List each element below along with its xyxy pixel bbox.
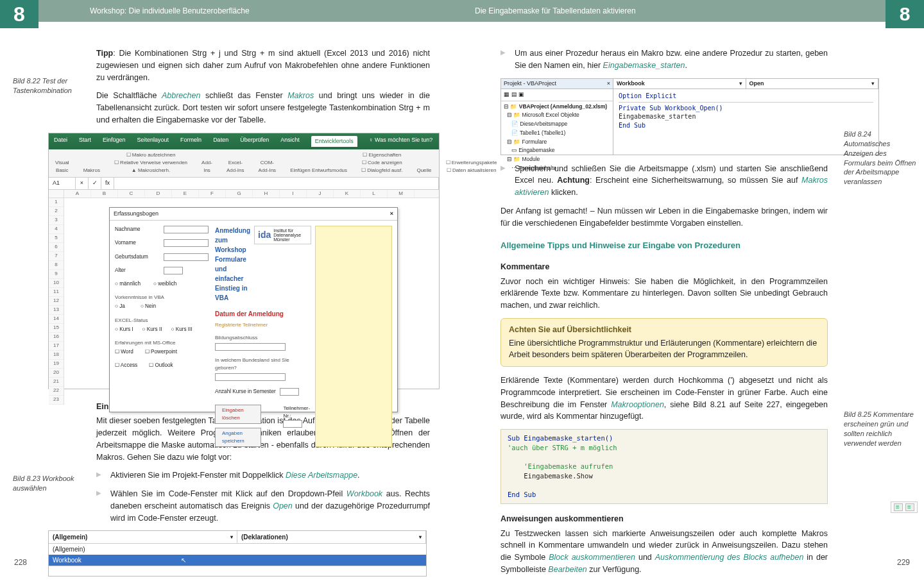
block-uncomment-icon[interactable] [905, 503, 914, 511]
chevron-down-icon[interactable]: ▾ [739, 80, 742, 88]
save-button[interactable]: Angaben speichern [215, 428, 261, 447]
page-number-right: 229 [897, 558, 910, 567]
form-right-column: Anmeldung zum Workshop Formulare und ein… [215, 226, 311, 447]
page-right: 8 Die Eingabemaske für Tabellendaten akt… [462, 0, 924, 581]
erklaerende-paragraph: Erklärende Texte (Kommentare) werden dur… [501, 375, 828, 423]
list-item: Aktivieren Sie im Projekt-Fenster mit Do… [96, 469, 430, 482]
dialog-title: Erfassungsbogen [114, 210, 158, 219]
bundesland-field[interactable] [215, 373, 286, 381]
screenshot-excel-form: Datei Start Einfügen Seitenlayout Formel… [48, 133, 440, 389]
subhead-kommentare: Kommentare [501, 261, 828, 273]
kommentare-paragraph: Zuvor noch ein wichtiger Hinweis: Sie ha… [501, 276, 828, 312]
caption-8-24: Bild 8.24 Automatisches Anzeigen des For… [844, 130, 918, 187]
chevron-down-icon[interactable]: ▾ [871, 80, 875, 88]
form-yellow-panel [315, 226, 392, 447]
running-head-right: Die Eingabemaske für Tabellendaten aktiv… [462, 0, 886, 22]
close-icon[interactable]: × [607, 80, 610, 88]
link-makros: Makros [287, 91, 314, 100]
section-heading: Allgemeine Tipps und Hinweise zur Eingab… [501, 239, 828, 252]
form-left-column: Nachname Vorname Geburtsdatum Alter ○ mä… [115, 226, 211, 447]
close-icon[interactable]: × [390, 210, 393, 219]
project-explorer: Projekt - VBAProject× ▦ ▤ ▣ ⊟ 📁 VBAProje… [501, 79, 613, 155]
bildung-field[interactable] [215, 343, 286, 351]
dropdown-option-selected[interactable]: Workbook ↖ [49, 555, 426, 566]
chevron-down-icon[interactable]: ▾ [419, 534, 422, 541]
clear-button[interactable]: Eingaben löschen [215, 405, 261, 424]
note-body: Eine übersichtliche Programmstruktur und… [509, 337, 819, 362]
chapter-number: 8 [886, 0, 924, 28]
page-left: 8 Workshop: Die individuelle Benutzerobe… [0, 0, 462, 581]
auskommentieren-paragraph: Zu Testzwecken lassen sich markierte Anw… [501, 528, 828, 576]
dropdown-option[interactable]: (Allgemein) [49, 544, 426, 555]
note-title: Achten Sie auf Übersichtlichkeit [509, 324, 819, 336]
tip-paragraph: Tipp: Die Kombinationen Strg + j und Str… [96, 47, 430, 83]
page-number-left: 228 [14, 558, 27, 567]
excel-ribbon: Datei Start Einfügen Seitenlayout Formel… [49, 133, 439, 150]
excel-toolbar: VisualBasic Makros ☐ Makro aufzeichnen☐ … [49, 149, 439, 178]
list-item: Speichern und schließen Sie die Arbeitsm… [501, 163, 828, 199]
page-body-right: Bild 8.24 Automatisches Anzeigen des For… [462, 28, 924, 581]
list-item: Wählen Sie im Code-Fenster mit Klick auf… [96, 488, 430, 524]
code-listing: Sub Eingabemaske_starten() 'auch über ST… [501, 429, 828, 504]
page-header-left: 8 Workshop: Die individuelle Benutzerobe… [0, 0, 462, 28]
code-pane: Option Explicit Private Sub Workbook_Ope… [613, 89, 878, 155]
steps-list-right-2: Speichern und schließen Sie die Arbeitsm… [501, 163, 828, 199]
userform-dialog: Erfassungsbogen × Nachname Vorname Gebur… [109, 207, 398, 412]
link-abbrechen: Abbrechen [162, 91, 200, 100]
chapter-number: 8 [0, 0, 38, 28]
steps-list-right: Um aus einer Prozedur heraus ein Makro b… [501, 47, 828, 72]
list-item: Um aus einer Prozedur heraus ein Makro b… [501, 47, 828, 72]
tip-label: Tipp [96, 49, 113, 58]
caption-8-23: Bild 8.23 Workbook auswählen [13, 474, 87, 493]
anzahl-field[interactable] [280, 388, 299, 396]
vorname-field[interactable] [164, 239, 209, 247]
ida-logo: idaInstitut für Datenanalyse Münster [254, 226, 311, 244]
chevron-down-icon[interactable]: ▾ [230, 534, 233, 541]
intro-after-list: Der Anfang ist gemacht! – Nun müssen wir… [501, 205, 828, 230]
running-head-left: Workshop: Die individuelle Benutzeroberf… [38, 0, 462, 22]
alter-field[interactable] [164, 267, 183, 274]
comment-icons [891, 501, 918, 513]
nachname-field[interactable] [164, 226, 209, 233]
subhead-auskommentieren: Anweisungen auskommentieren [501, 513, 828, 525]
teilnehmer-field[interactable] [283, 420, 302, 428]
steps-list: Aktivieren Sie im Projekt-Fenster mit Do… [96, 469, 430, 524]
abbrechen-paragraph: Die Schaltfläche Abbrechen schließt das … [96, 90, 430, 126]
caption-8-25: Bild 8.25 Kommentare erscheinen grün und… [844, 410, 918, 448]
block-comment-icon[interactable] [894, 503, 903, 511]
screenshot-vbe: Projekt - VBAProject× ▦ ▤ ▣ ⊟ 📁 VBAProje… [501, 78, 879, 155]
page-body-left: Bild 8.22 Test der Tastenkombination Bil… [0, 28, 462, 581]
excel-col-headers: ABCDEFGHIJKLM [64, 190, 439, 198]
page-header-right: 8 Die Eingabemaske für Tabellendaten akt… [462, 0, 924, 28]
excel-row-numbers: 1234567891011121314151617181920212223 [49, 198, 64, 405]
excel-name-box: A1 × ✓ fx [49, 178, 439, 190]
geb-field[interactable] [164, 253, 209, 261]
screenshot-workbook-dropdown: (Allgemein)▾ (Deklarationen)▾ (Allgemein… [48, 530, 427, 577]
note-box: Achten Sie auf Übersichtlichkeit Eine üb… [501, 318, 828, 367]
toolbar-icons [844, 501, 918, 513]
book-spread: 8 Workshop: Die individuelle Benutzerobe… [0, 0, 924, 581]
caption-8-22: Bild 8.22 Test der Tastenkombination [13, 76, 87, 96]
